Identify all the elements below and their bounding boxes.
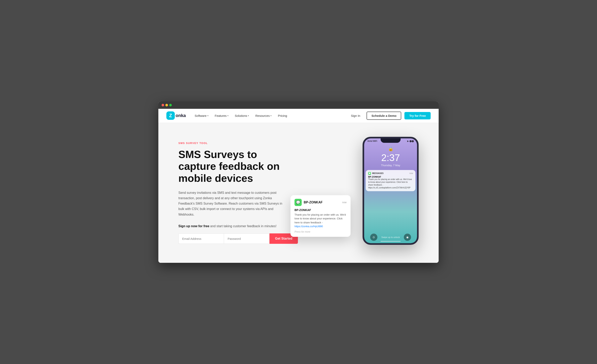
sms-popup-body: Thank you for placing an order with us. … <box>294 213 346 228</box>
phone-home-indicator <box>381 241 401 242</box>
sms-popup-press-text: Press for more <box>294 230 346 233</box>
hero-description: Send survey invitations via SMS and text… <box>178 190 286 217</box>
phone-notif-app: MESSAGES <box>368 172 384 175</box>
phone-mockup: Airtel WiFi ▶ ⬤⬤ 🔒 2:37 Thursday, 7 May <box>362 137 419 245</box>
browser-chrome <box>158 101 439 109</box>
phone-app-name: MESSAGES <box>372 172 384 174</box>
traffic-light-yellow[interactable] <box>165 104 168 106</box>
phone-date: Thursday, 7 May <box>364 164 417 167</box>
sms-popup-title: BP-ZONKAF <box>294 208 346 212</box>
phone-notif-sender: BP-ZONKAF <box>368 176 413 178</box>
hero-visual: Airtel WiFi ▶ ⬤⬤ 🔒 2:37 Thursday, 7 May <box>286 137 423 249</box>
nav-label-software: Software <box>195 114 206 117</box>
nav-label-solutions: Solutions <box>235 114 247 117</box>
logo[interactable]: Z onka <box>166 111 186 120</box>
hero-form: Get Started <box>178 233 286 244</box>
nav-label-features: Features <box>215 114 227 117</box>
chevron-down-icon: ▾ <box>228 115 228 117</box>
hero-signup-bold: Sign up now for free <box>178 224 209 228</box>
browser-content: Z onka Software ▾ Features ▾ Solutions <box>158 109 439 263</box>
navbar-right: Sign In Schedule a Demo Try for Free <box>348 112 431 120</box>
traffic-lights <box>162 104 172 106</box>
sms-popup-time: now <box>342 201 346 204</box>
sign-in-button[interactable]: Sign In <box>348 112 364 119</box>
hero-content: SMS SURVEY TOOL SMS Surveys to capture f… <box>178 142 286 244</box>
traffic-light-green[interactable] <box>169 104 172 106</box>
hero-signup-rest: and start taking customer feedback in mi… <box>209 224 276 228</box>
phone-notif-time: now <box>409 172 413 174</box>
camera-icon: ◉ <box>404 234 411 241</box>
email-input[interactable] <box>178 233 224 244</box>
sms-popup-sender-row: 💬 BP-ZONKAF <box>294 199 322 206</box>
phone-carrier: Airtel WiFi <box>367 140 377 142</box>
nav-item-pricing[interactable]: Pricing <box>275 112 290 119</box>
phone-signal: ▶ ⬤⬤ <box>407 140 414 142</box>
nav-label-pricing: Pricing <box>278 114 287 117</box>
nav-label-resources: Resources <box>255 114 270 117</box>
navbar: Z onka Software ▾ Features ▾ Solutions <box>158 109 439 123</box>
hero-tag: SMS SURVEY TOOL <box>178 142 286 144</box>
logo-text: onka <box>176 113 186 118</box>
phone-notif-body: Thank you for placing an order with us. … <box>368 178 413 189</box>
browser-window: Z onka Software ▾ Features ▾ Solutions <box>158 101 439 263</box>
phone-notch <box>381 138 401 143</box>
phone-notif-header: MESSAGES now <box>368 172 413 175</box>
messages-icon <box>368 172 371 175</box>
chevron-down-icon: ▾ <box>248 115 249 117</box>
chevron-down-icon: ▾ <box>207 115 208 117</box>
hero-section: SMS SURVEY TOOL SMS Surveys to capture f… <box>158 123 439 263</box>
sms-popup-header: 💬 BP-ZONKAF now <box>294 199 346 206</box>
try-free-button[interactable]: Try for Free <box>404 112 431 119</box>
nav-item-software[interactable]: Software ▾ <box>192 112 211 119</box>
hero-signup-text: Sign up now for free and start taking cu… <box>178 224 286 229</box>
schedule-demo-button[interactable]: Schedule a Demo <box>367 112 401 120</box>
sms-sender-name: BP-ZONKAF <box>304 201 322 204</box>
logo-icon: Z <box>166 111 175 120</box>
phone-screen: Airtel WiFi ▶ ⬤⬤ 🔒 2:37 Thursday, 7 May <box>364 138 417 243</box>
navbar-left: Z onka Software ▾ Features ▾ Solutions <box>166 111 290 120</box>
nav-item-resources[interactable]: Resources ▾ <box>253 112 274 119</box>
nav-menu: Software ▾ Features ▾ Solutions ▾ Resour… <box>192 112 290 119</box>
traffic-light-red[interactable] <box>162 104 164 106</box>
phone-swipe-text: Swipe up to unlock <box>381 236 400 238</box>
hero-title: SMS Surveys to capture feedback on mobil… <box>178 149 286 184</box>
flashlight-icon: ⊙ <box>370 234 377 241</box>
phone-notification: MESSAGES now BP-ZONKAF Thank you for pla… <box>366 170 416 191</box>
sms-popup-card: 💬 BP-ZONKAF now BP-ZONKAF Thank you for … <box>291 195 351 237</box>
chevron-down-icon: ▾ <box>270 115 271 117</box>
phone-time: 2:37 <box>364 153 417 163</box>
password-input[interactable] <box>224 233 269 244</box>
phone-lock-icon: 🔒 <box>364 142 417 153</box>
nav-item-features[interactable]: Features ▾ <box>212 112 231 119</box>
sms-app-icon: 💬 <box>294 199 302 206</box>
nav-item-solutions[interactable]: Solutions ▾ <box>232 112 251 119</box>
sms-popup-link[interactable]: https://zonka.co/HyU890 <box>294 225 323 228</box>
